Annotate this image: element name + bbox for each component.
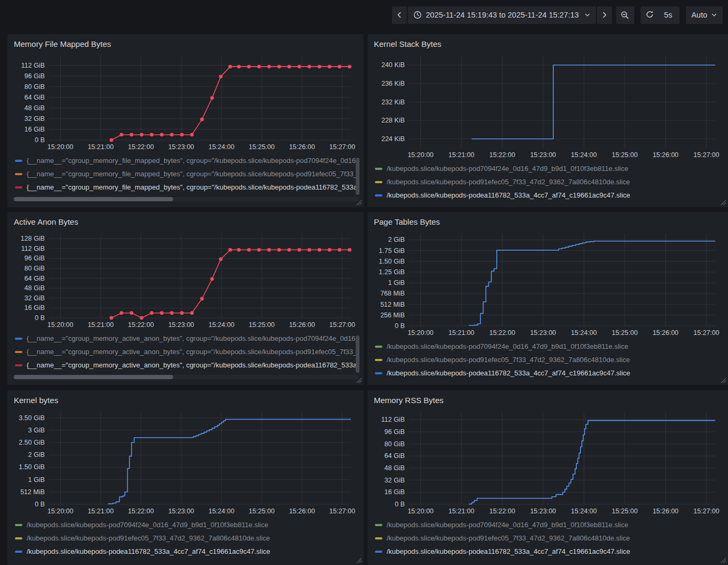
legend-item[interactable]: /kubepods.slice/kubepods-pod91efec05_7f3… (13, 531, 358, 545)
chevron-down-icon (584, 12, 591, 18)
panel-kernel-stack-bytes: Kernel Stack Bytes224 KiB228 KiB232 KiB2… (367, 34, 728, 207)
legend-label: /kubepods.slice/kubepods-podea116782_533… (387, 369, 630, 377)
auto-dropdown[interactable]: Auto (686, 6, 723, 24)
svg-text:2 GiB: 2 GiB (388, 236, 405, 243)
refresh-interval-label[interactable]: 5s (659, 11, 680, 19)
panel-resize-handle[interactable] (721, 378, 726, 383)
svg-text:15:27:00: 15:27:00 (693, 329, 719, 337)
legend-horizontal-scrollbar[interactable] (13, 197, 358, 201)
legend-label: /kubepods.slice/kubepods-pod7094f24e_0d1… (387, 342, 628, 350)
chart-canvas[interactable]: 0 B256 MiB512 MiB768 MiB1 GiB1.25 GiB1.5… (373, 230, 723, 339)
svg-text:15:20:00: 15:20:00 (47, 321, 73, 329)
chart-canvas[interactable]: 0 B16 GiB32 GiB48 GiB64 GiB80 GiB96 GiB1… (13, 230, 358, 331)
svg-text:1 GiB: 1 GiB (388, 279, 405, 286)
svg-text:15:23:00: 15:23:00 (530, 151, 556, 159)
svg-text:15:27:00: 15:27:00 (693, 507, 719, 515)
svg-text:15:25:00: 15:25:00 (612, 329, 638, 337)
svg-text:15:21:00: 15:21:00 (88, 143, 114, 151)
scrollbar-thumb[interactable] (14, 197, 173, 201)
legend-item[interactable]: {__name__="cgroup_memory_active_anon_byt… (13, 358, 358, 372)
svg-text:15:20:00: 15:20:00 (407, 151, 433, 159)
time-back-button[interactable] (392, 6, 407, 24)
series-swatch (375, 372, 382, 374)
legend-item[interactable]: /kubepods.slice/kubepods-podea116782_533… (373, 545, 723, 558)
panel-resize-handle[interactable] (721, 558, 726, 563)
series-swatch (15, 524, 22, 526)
legend-item[interactable]: /kubepods.slice/kubepods-podea116782_533… (13, 545, 358, 558)
panel-title[interactable]: Page Tables Bytes (373, 216, 723, 230)
svg-text:80 GiB: 80 GiB (24, 265, 45, 272)
legend-item[interactable]: {__name__="cgroup_memory_file_mapped_byt… (13, 154, 358, 167)
legend-item[interactable]: /kubepods.slice/kubepods-pod7094f24e_0d1… (13, 518, 358, 531)
legend-item[interactable]: /kubepods.slice/kubepods-pod91efec05_7f3… (373, 531, 723, 545)
svg-text:15:24:00: 15:24:00 (208, 143, 234, 151)
time-controls-toolbar: 2025-11-24 15:19:43 to 2025-11-24 15:27:… (392, 6, 723, 24)
legend-item[interactable]: /kubepods.slice/kubepods-podea116782_533… (373, 366, 723, 380)
svg-text:15:23:00: 15:23:00 (530, 507, 556, 515)
legend-label: /kubepods.slice/kubepods-pod91efec05_7f3… (27, 534, 270, 542)
svg-text:15:21:00: 15:21:00 (448, 151, 475, 159)
zoom-out-button[interactable] (616, 6, 634, 24)
panel-resize-handle[interactable] (356, 378, 362, 383)
panel-resize-handle[interactable] (721, 200, 726, 206)
legend-item[interactable]: /kubepods.slice/kubepods-pod7094f24e_0d1… (373, 340, 723, 353)
clock-icon (413, 11, 422, 19)
legend-label: /kubepods.slice/kubepods-podea116782_533… (387, 547, 630, 555)
panel-title[interactable]: Active Anon Bytes (13, 216, 358, 230)
chevron-down-icon (711, 12, 717, 18)
legend-horizontal-scrollbar[interactable] (13, 375, 358, 379)
svg-text:512 MiB: 512 MiB (380, 301, 405, 308)
svg-text:3.50 GiB: 3.50 GiB (19, 414, 45, 422)
chart-canvas[interactable]: 0 B16 GiB32 GiB48 GiB64 GiB80 GiB96 GiB1… (373, 408, 723, 517)
svg-text:15:27:00: 15:27:00 (693, 151, 719, 159)
legend-label: /kubepods.slice/kubepods-pod7094f24e_0d1… (387, 521, 628, 529)
scrollbar-thumb[interactable] (14, 375, 173, 379)
legend-item[interactable]: {__name__="cgroup_memory_active_anon_byt… (13, 332, 358, 345)
panel-resize-handle[interactable] (356, 200, 362, 206)
time-range-picker[interactable]: 2025-11-24 15:19:43 to 2025-11-24 15:27:… (408, 6, 596, 24)
svg-text:15:26:00: 15:26:00 (652, 507, 678, 515)
panel-title[interactable]: Memory File Mapped Bytes (13, 38, 358, 52)
legend-item[interactable]: {__name__="cgroup_memory_file_mapped_byt… (13, 181, 358, 194)
panel-active-anon-bytes: Active Anon Bytes0 B16 GiB32 GiB48 GiB64… (7, 212, 364, 385)
svg-text:15:26:00: 15:26:00 (289, 143, 315, 151)
svg-text:48 GiB: 48 GiB (24, 104, 45, 112)
legend-item[interactable]: {__name__="cgroup_memory_file_mapped_byt… (13, 167, 358, 181)
svg-text:80 GiB: 80 GiB (385, 440, 405, 448)
panel-title[interactable]: Memory RSS Bytes (373, 395, 723, 408)
panel-title[interactable]: Kernel Stack Bytes (373, 38, 723, 52)
legend-item[interactable]: {__name__="cgroup_memory_active_anon_byt… (13, 345, 358, 358)
legend-vertical-scrollbar[interactable] (356, 158, 359, 194)
legend-item[interactable]: /kubepods.slice/kubepods-pod91efec05_7f3… (373, 353, 723, 366)
legend-vertical-scrollbar[interactable] (356, 335, 359, 372)
chevron-right-icon (601, 11, 608, 19)
chart-canvas[interactable]: 224 KiB228 KiB232 KiB236 KiB240 KiB15:20… (373, 52, 723, 161)
legend-item[interactable]: /kubepods.slice/kubepods-pod7094f24e_0d1… (373, 162, 723, 175)
svg-text:48 GiB: 48 GiB (24, 284, 45, 292)
svg-text:15:24:00: 15:24:00 (208, 321, 234, 329)
legend: {__name__="cgroup_memory_active_anon_byt… (13, 332, 358, 379)
svg-text:15:26:00: 15:26:00 (289, 507, 315, 515)
legend-item[interactable]: /kubepods.slice/kubepods-podea116782_533… (373, 189, 723, 202)
chart-canvas[interactable]: 0 B16 GiB32 GiB48 GiB64 GiB80 GiB96 GiB1… (13, 52, 358, 153)
svg-text:224 KiB: 224 KiB (381, 135, 405, 143)
series-swatch (375, 181, 382, 183)
svg-text:15:23:00: 15:23:00 (168, 321, 194, 329)
series-swatch (375, 346, 382, 348)
chart-canvas[interactable]: 0 B512 MiB1 GiB1.50 GiB2 GiB2.50 GiB3 Gi… (13, 408, 358, 517)
legend-item[interactable]: /kubepods.slice/kubepods-pod91efec05_7f3… (373, 175, 723, 189)
svg-text:15:23:00: 15:23:00 (530, 329, 556, 337)
svg-text:15:20:00: 15:20:00 (407, 507, 433, 515)
time-forward-button[interactable] (597, 6, 612, 24)
svg-text:64 GiB: 64 GiB (385, 452, 405, 460)
svg-text:15:24:00: 15:24:00 (571, 329, 597, 337)
legend-item[interactable]: /kubepods.slice/kubepods-pod7094f24e_0d1… (373, 518, 723, 531)
svg-text:80 GiB: 80 GiB (24, 83, 45, 91)
panel-title[interactable]: Kernel bytes (13, 395, 358, 408)
series-swatch (15, 173, 22, 175)
panel-resize-handle[interactable] (356, 558, 362, 563)
zoom-out-icon (620, 11, 629, 20)
refresh-button[interactable] (641, 6, 659, 24)
svg-text:16 GiB: 16 GiB (24, 126, 45, 133)
legend-label: /kubepods.slice/kubepods-podea116782_533… (387, 191, 630, 199)
